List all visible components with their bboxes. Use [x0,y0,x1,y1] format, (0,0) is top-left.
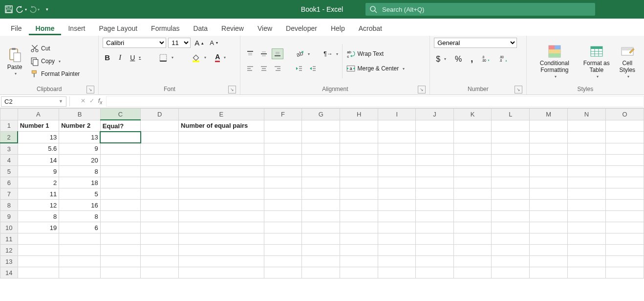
cell-E6[interactable] [179,177,264,188]
cell-B7[interactable]: 5 [59,188,101,200]
cell-D7[interactable] [141,188,179,200]
cell-A9[interactable]: 8 [18,211,59,222]
cell-A7[interactable]: 11 [18,188,59,200]
cell-M9[interactable] [530,211,568,222]
cell-I3[interactable] [378,143,416,155]
cell-H7[interactable] [340,188,378,200]
cell-G2[interactable] [302,132,340,143]
cell-O10[interactable] [605,222,644,233]
cell-H9[interactable] [340,211,378,222]
tab-view[interactable]: View [251,22,279,35]
cell-C4[interactable] [100,155,140,166]
cell-F1[interactable] [264,120,302,132]
cell-L14[interactable] [492,267,530,278]
cell-L9[interactable] [492,211,530,222]
cell-B9[interactable]: 8 [59,211,101,222]
cell-H14[interactable] [340,267,378,278]
cell-C13[interactable] [100,256,140,267]
cell-J12[interactable] [416,245,453,256]
cell-E9[interactable] [179,211,264,222]
cell-E14[interactable] [179,267,264,278]
increase-decimal-button[interactable]: .0.00 [480,54,493,65]
col-header-D[interactable]: D [141,109,179,120]
cell-O12[interactable] [605,245,644,256]
row-header-8[interactable]: 8 [0,200,18,211]
cell-A12[interactable] [18,245,59,256]
cell-G6[interactable] [302,177,340,188]
cell-N6[interactable] [568,177,606,188]
cell-L12[interactable] [492,245,530,256]
cell-A10[interactable]: 19 [18,222,59,233]
cell-K6[interactable] [453,177,492,188]
alignment-launcher[interactable]: ↘ [418,86,426,93]
text-direction-button[interactable]: ¶→ [322,48,340,59]
cell-E3[interactable] [179,143,264,155]
col-header-H[interactable]: H [340,109,378,120]
cell-B6[interactable]: 18 [59,177,101,188]
cell-K2[interactable] [453,132,492,143]
conditional-formatting-button[interactable]: Conditional Formatting [531,42,579,80]
decrease-decimal-button[interactable]: .00.0 [497,54,510,65]
search-input[interactable] [381,5,595,14]
cell-F11[interactable] [264,233,302,245]
cell-C12[interactable] [100,245,140,256]
cell-G12[interactable] [302,245,340,256]
cell-J4[interactable] [416,155,453,166]
cell-O1[interactable] [605,120,644,132]
col-header-K[interactable]: K [453,109,492,120]
cell-G4[interactable] [302,155,340,166]
col-header-A[interactable]: A [18,109,59,120]
col-header-M[interactable]: M [530,109,568,120]
increase-indent-button[interactable] [307,63,319,74]
formula-input[interactable] [106,96,644,107]
number-launcher[interactable]: ↘ [515,86,522,93]
cell-D9[interactable] [141,211,179,222]
cell-D2[interactable] [141,132,179,143]
cell-L7[interactable] [492,188,530,200]
cut-button[interactable]: Cut [28,43,82,54]
cell-A8[interactable]: 12 [18,200,59,211]
cell-B3[interactable]: 9 [59,143,101,155]
cell-H1[interactable] [340,120,378,132]
cell-F2[interactable] [264,132,302,143]
cell-J11[interactable] [416,233,453,245]
row-header-3[interactable]: 3 [0,143,18,155]
cell-L6[interactable] [492,177,530,188]
cell-M4[interactable] [530,155,568,166]
number-format-select[interactable]: General [434,38,517,48]
cell-M10[interactable] [530,222,568,233]
cell-I1[interactable] [378,120,416,132]
cell-D3[interactable] [141,143,179,155]
tab-home[interactable]: Home [29,22,62,35]
row-header-10[interactable]: 10 [0,222,18,233]
tab-acrobat[interactable]: Acrobat [352,22,389,35]
row-header-14[interactable]: 14 [0,267,18,278]
row-header-9[interactable]: 9 [0,211,18,222]
cell-J7[interactable] [416,188,453,200]
cell-J13[interactable] [416,256,453,267]
cell-E8[interactable] [179,200,264,211]
cell-G8[interactable] [302,200,340,211]
cell-E5[interactable] [179,166,264,177]
cell-A3[interactable]: 5.6 [18,143,59,155]
cell-I7[interactable] [378,188,416,200]
cell-C6[interactable] [100,177,140,188]
font-name-select[interactable]: Calibri [103,38,166,48]
cell-I14[interactable] [378,267,416,278]
cell-B2[interactable]: 13 [59,132,101,143]
bold-button[interactable]: B [103,52,112,63]
cell-E7[interactable] [179,188,264,200]
cell-J5[interactable] [416,166,453,177]
cell-E2[interactable] [179,132,264,143]
cell-G5[interactable] [302,166,340,177]
tab-developer[interactable]: Developer [279,22,324,35]
cell-styles-button[interactable]: Cell Styles [614,42,640,80]
tab-file[interactable]: File [4,22,29,35]
tab-data[interactable]: Data [186,22,215,35]
cell-I5[interactable] [378,166,416,177]
cell-O14[interactable] [605,267,644,278]
name-box[interactable]: C2▼ [1,96,66,107]
cell-F10[interactable] [264,222,302,233]
cell-H2[interactable] [340,132,378,143]
cell-C11[interactable] [100,233,140,245]
